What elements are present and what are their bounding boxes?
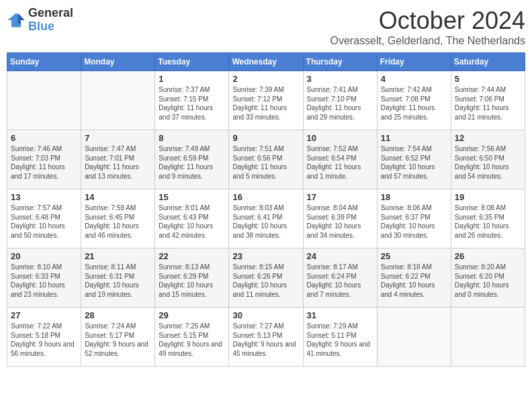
- day-content: Sunrise: 7:37 AM Sunset: 7:15 PM Dayligh…: [159, 85, 225, 122]
- logo-general-text: General: [28, 7, 73, 20]
- day-number: 17: [307, 192, 373, 202]
- week-row-5: 27Sunrise: 7:22 AM Sunset: 5:18 PM Dayli…: [7, 308, 525, 367]
- day-number: 5: [455, 74, 521, 84]
- day-content: Sunrise: 7:51 AM Sunset: 6:56 PM Dayligh…: [232, 144, 299, 181]
- calendar-header: SundayMondayTuesdayWednesdayThursdayFrid…: [7, 53, 525, 71]
- calendar-cell: [451, 308, 525, 367]
- header-monday: Monday: [81, 53, 155, 71]
- day-number: 27: [11, 310, 77, 320]
- day-content: Sunrise: 7:54 AM Sunset: 6:52 PM Dayligh…: [381, 144, 447, 181]
- day-number: 31: [307, 310, 373, 320]
- title-block: October 2024 Overasselt, Gelderland, The…: [330, 7, 525, 47]
- header-row: SundayMondayTuesdayWednesdayThursdayFrid…: [7, 53, 525, 71]
- day-number: 19: [455, 192, 521, 202]
- day-content: Sunrise: 7:57 AM Sunset: 6:48 PM Dayligh…: [11, 203, 77, 240]
- calendar-cell: 6Sunrise: 7:46 AM Sunset: 7:03 PM Daylig…: [7, 130, 81, 189]
- day-content: Sunrise: 7:49 AM Sunset: 6:59 PM Dayligh…: [159, 144, 225, 181]
- calendar-cell: 25Sunrise: 8:18 AM Sunset: 6:22 PM Dayli…: [377, 248, 451, 308]
- day-number: 4: [381, 74, 447, 84]
- day-content: Sunrise: 7:42 AM Sunset: 7:08 PM Dayligh…: [381, 85, 447, 122]
- calendar-cell: 5Sunrise: 7:44 AM Sunset: 7:06 PM Daylig…: [451, 71, 525, 130]
- day-number: 11: [381, 133, 447, 143]
- day-number: 24: [307, 251, 373, 261]
- calendar-cell: 31Sunrise: 7:29 AM Sunset: 5:11 PM Dayli…: [303, 308, 377, 367]
- calendar-cell: 20Sunrise: 8:10 AM Sunset: 6:33 PM Dayli…: [7, 248, 81, 308]
- header-saturday: Saturday: [451, 53, 525, 71]
- day-number: 25: [381, 251, 447, 261]
- day-number: 21: [85, 251, 151, 261]
- day-content: Sunrise: 7:47 AM Sunset: 7:01 PM Dayligh…: [85, 144, 151, 181]
- subtitle: Overasselt, Gelderland, The Netherlands: [330, 35, 525, 47]
- logo: General Blue: [7, 7, 73, 34]
- day-number: 10: [307, 133, 373, 143]
- day-content: Sunrise: 8:20 AM Sunset: 6:20 PM Dayligh…: [455, 263, 521, 299]
- logo-blue-text: Blue: [28, 20, 73, 34]
- calendar-cell: 18Sunrise: 8:06 AM Sunset: 6:37 PM Dayli…: [377, 189, 451, 248]
- day-content: Sunrise: 8:15 AM Sunset: 6:26 PM Dayligh…: [232, 263, 299, 299]
- day-number: 9: [232, 133, 299, 143]
- calendar-cell: 4Sunrise: 7:42 AM Sunset: 7:08 PM Daylig…: [377, 71, 451, 130]
- calendar-cell: 16Sunrise: 8:03 AM Sunset: 6:41 PM Dayli…: [229, 189, 303, 248]
- calendar-cell: 11Sunrise: 7:54 AM Sunset: 6:52 PM Dayli…: [377, 130, 451, 189]
- day-number: 2: [232, 74, 299, 84]
- header-wednesday: Wednesday: [229, 53, 303, 71]
- day-number: 7: [85, 133, 151, 143]
- week-row-3: 13Sunrise: 7:57 AM Sunset: 6:48 PM Dayli…: [7, 189, 525, 248]
- header-sunday: Sunday: [7, 53, 81, 71]
- day-number: 28: [85, 310, 151, 320]
- calendar-body: 1Sunrise: 7:37 AM Sunset: 7:15 PM Daylig…: [7, 71, 525, 367]
- day-number: 12: [455, 133, 521, 143]
- day-content: Sunrise: 8:17 AM Sunset: 6:24 PM Dayligh…: [307, 263, 373, 299]
- calendar-cell: 29Sunrise: 7:25 AM Sunset: 5:15 PM Dayli…: [155, 308, 229, 367]
- day-content: Sunrise: 7:41 AM Sunset: 7:10 PM Dayligh…: [307, 85, 373, 122]
- day-content: Sunrise: 7:44 AM Sunset: 7:06 PM Dayligh…: [455, 85, 521, 122]
- calendar-cell: 2Sunrise: 7:39 AM Sunset: 7:12 PM Daylig…: [229, 71, 303, 130]
- day-content: Sunrise: 7:24 AM Sunset: 5:17 PM Dayligh…: [85, 322, 151, 358]
- day-content: Sunrise: 8:01 AM Sunset: 6:43 PM Dayligh…: [159, 203, 225, 240]
- day-content: Sunrise: 7:46 AM Sunset: 7:03 PM Dayligh…: [11, 144, 77, 181]
- day-number: 3: [307, 74, 373, 84]
- day-content: Sunrise: 8:10 AM Sunset: 6:33 PM Dayligh…: [11, 263, 77, 299]
- calendar-cell: 22Sunrise: 8:13 AM Sunset: 6:29 PM Dayli…: [155, 248, 229, 308]
- day-number: 20: [11, 251, 77, 261]
- calendar-cell: [81, 71, 155, 130]
- week-row-1: 1Sunrise: 7:37 AM Sunset: 7:15 PM Daylig…: [7, 71, 525, 130]
- day-content: Sunrise: 7:59 AM Sunset: 6:45 PM Dayligh…: [85, 203, 151, 240]
- day-content: Sunrise: 7:22 AM Sunset: 5:18 PM Dayligh…: [11, 322, 77, 358]
- calendar-cell: 30Sunrise: 7:27 AM Sunset: 5:13 PM Dayli…: [229, 308, 303, 367]
- calendar-cell: 23Sunrise: 8:15 AM Sunset: 6:26 PM Dayli…: [229, 248, 303, 308]
- day-content: Sunrise: 8:08 AM Sunset: 6:35 PM Dayligh…: [455, 203, 521, 240]
- day-number: 30: [232, 310, 299, 320]
- calendar-cell: 10Sunrise: 7:52 AM Sunset: 6:54 PM Dayli…: [303, 130, 377, 189]
- calendar-cell: 3Sunrise: 7:41 AM Sunset: 7:10 PM Daylig…: [303, 71, 377, 130]
- week-row-2: 6Sunrise: 7:46 AM Sunset: 7:03 PM Daylig…: [7, 130, 525, 189]
- day-content: Sunrise: 8:18 AM Sunset: 6:22 PM Dayligh…: [381, 263, 447, 299]
- logo-icon: [7, 11, 26, 30]
- day-number: 6: [11, 133, 77, 143]
- calendar-cell: 17Sunrise: 8:04 AM Sunset: 6:39 PM Dayli…: [303, 189, 377, 248]
- day-number: 26: [455, 251, 521, 261]
- calendar-cell: 21Sunrise: 8:11 AM Sunset: 6:31 PM Dayli…: [81, 248, 155, 308]
- day-content: Sunrise: 8:13 AM Sunset: 6:29 PM Dayligh…: [159, 263, 225, 299]
- calendar-cell: 7Sunrise: 7:47 AM Sunset: 7:01 PM Daylig…: [81, 130, 155, 189]
- svg-marker-1: [18, 13, 25, 24]
- day-content: Sunrise: 8:04 AM Sunset: 6:39 PM Dayligh…: [307, 203, 373, 240]
- calendar-table: SundayMondayTuesdayWednesdayThursdayFrid…: [7, 52, 525, 367]
- day-number: 13: [11, 192, 77, 202]
- day-number: 22: [159, 251, 225, 261]
- day-number: 1: [159, 74, 225, 84]
- header-thursday: Thursday: [303, 53, 377, 71]
- day-content: Sunrise: 7:39 AM Sunset: 7:12 PM Dayligh…: [232, 85, 299, 122]
- day-content: Sunrise: 7:52 AM Sunset: 6:54 PM Dayligh…: [307, 144, 373, 181]
- calendar-cell: 15Sunrise: 8:01 AM Sunset: 6:43 PM Dayli…: [155, 189, 229, 248]
- calendar-cell: 14Sunrise: 7:59 AM Sunset: 6:45 PM Dayli…: [81, 189, 155, 248]
- header-friday: Friday: [377, 53, 451, 71]
- calendar-cell: [7, 71, 81, 130]
- day-number: 18: [381, 192, 447, 202]
- day-number: 14: [85, 192, 151, 202]
- day-number: 8: [159, 133, 225, 143]
- day-number: 16: [232, 192, 299, 202]
- calendar-cell: 8Sunrise: 7:49 AM Sunset: 6:59 PM Daylig…: [155, 130, 229, 189]
- day-number: 15: [159, 192, 225, 202]
- day-content: Sunrise: 8:03 AM Sunset: 6:41 PM Dayligh…: [232, 203, 299, 240]
